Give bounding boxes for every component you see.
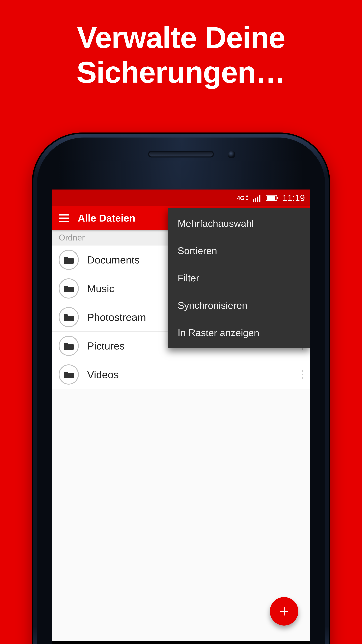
svg-rect-6 [277,197,278,199]
appbar-title: Alle Dateien [78,212,135,224]
android-nav-bar [52,641,310,644]
folder-icon [59,364,79,384]
menu-item-sync[interactable]: Synchronisieren [168,292,310,319]
overflow-menu: Mehrfachauswahl Sortieren Filter Synchro… [168,208,310,348]
phone-camera-icon [228,151,235,158]
folder-icon [59,250,79,270]
list-item[interactable]: Videos [52,360,310,389]
svg-rect-3 [259,195,260,202]
folder-icon [59,336,79,356]
menu-item-grid-view[interactable]: In Raster anzeigen [168,319,310,346]
phone-mockup: 4G [32,132,330,644]
menu-item-filter[interactable]: Filter [168,264,310,292]
app-screen: 4G [52,190,310,644]
svg-rect-5 [267,196,275,200]
menu-item-multiselect[interactable]: Mehrfachauswahl [168,210,310,237]
list-item-label: Documents [87,254,140,266]
network-4g-icon: 4G [237,194,249,201]
list-item-label: Music [87,282,114,294]
svg-rect-2 [257,196,258,202]
list-item-label: Videos [87,368,119,380]
folder-icon [59,278,79,298]
battery-icon [266,194,279,201]
promo-headline: Verwalte Deine Sicherungen… [0,20,362,90]
menu-item-sort[interactable]: Sortieren [168,237,310,264]
more-icon[interactable] [302,370,303,379]
list-item-label: Photostream [87,311,146,323]
signal-icon [253,194,262,202]
svg-rect-0 [253,199,254,202]
add-fab[interactable] [270,597,298,626]
list-item-label: Pictures [87,340,125,352]
phone-speaker [149,152,213,156]
svg-rect-1 [255,198,256,202]
status-clock: 11:19 [282,193,305,203]
folder-icon [59,307,79,327]
status-bar: 4G [52,190,310,206]
menu-icon[interactable] [59,214,69,222]
